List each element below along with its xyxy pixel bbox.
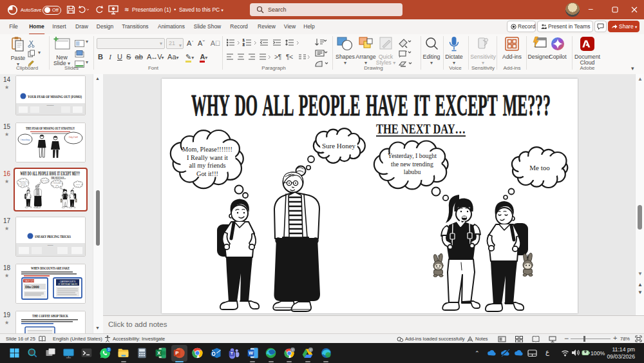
svg-text:2: 2 xyxy=(243,43,245,46)
svg-text:THE NEXT DAY…: THE NEXT DAY… xyxy=(376,122,466,136)
svg-text:Dhs/2000: Dhs/2000 xyxy=(25,285,39,289)
svg-text:Yesterday, I bought: Yesterday, I bought xyxy=(388,152,437,159)
svg-text:▬▬▬▬: ▬▬▬▬ xyxy=(48,244,54,246)
svg-text:SNEAKY PRICING TRICKS: SNEAKY PRICING TRICKS xyxy=(35,234,71,239)
svg-text:all my friends: all my friends xyxy=(189,162,225,169)
svg-text:Me too: Me too xyxy=(76,183,79,184)
svg-text:I Really want it: I Really want it xyxy=(187,154,228,161)
svg-text:THE COFFEE SHOP TRICK: THE COFFEE SHOP TRICK xyxy=(32,314,69,318)
svg-text:WHY DO ALL PEOPLE HAVE IT EXCE: WHY DO ALL PEOPLE HAVE IT EXCEPT ME??? xyxy=(20,171,80,177)
svg-text:YOUR FEAR OF MISSING OUT (FOMO: YOUR FEAR OF MISSING OUT (FOMO) xyxy=(28,95,82,99)
svg-text:P: P xyxy=(175,350,178,356)
svg-text:WHEN DISCOUNTS ARE FAKE: WHEN DISCOUNTS ARE FAKE xyxy=(31,266,70,270)
svg-text:23' BIRTHDAY SALES: 23' BIRTHDAY SALES xyxy=(58,283,77,286)
svg-text:▬▬▬▬▬: ▬▬▬▬▬ xyxy=(47,104,55,106)
svg-text:THE NEXT DAY…: THE NEXT DAY… xyxy=(51,177,66,179)
svg-text:Only 2 left!: Only 2 left! xyxy=(69,136,79,139)
svg-text:the new trending: the new trending xyxy=(391,161,433,168)
svg-text:THE FEAR OF MISSING OUT STRATE: THE FEAR OF MISSING OUT STRATEGY xyxy=(26,126,75,130)
svg-text:¶<: ¶< xyxy=(286,54,293,61)
svg-text:>¶: >¶ xyxy=(274,54,281,61)
svg-text:SALE 50%: SALE 50% xyxy=(24,280,35,282)
svg-text:Sure Honey: Sure Honey xyxy=(322,142,356,150)
svg-text:Got it!!!: Got it!!! xyxy=(21,184,24,185)
svg-text:Me too: Me too xyxy=(529,164,550,172)
svg-text:W: W xyxy=(249,350,253,356)
svg-text:X: X xyxy=(157,350,160,356)
svg-text:WHY DO ALL PEOPLE HAVE IT EXCE: WHY DO ALL PEOPLE HAVE IT EXCEPT ME??? xyxy=(191,89,551,122)
svg-text:Sure Honey: Sure Honey xyxy=(42,179,48,181)
svg-text:Mom, Please!!!!!!!: Mom, Please!!!!!!! xyxy=(182,146,232,153)
svg-text:labubu: labubu xyxy=(55,184,59,185)
svg-text:Got it!!!: Got it!!! xyxy=(196,170,218,177)
svg-text:3: 3 xyxy=(108,348,109,351)
svg-text:labubu: labubu xyxy=(404,168,421,175)
svg-text:1: 1 xyxy=(243,39,245,42)
svg-text:I must buy: I must buy xyxy=(21,139,30,141)
svg-text:T: T xyxy=(231,351,233,355)
